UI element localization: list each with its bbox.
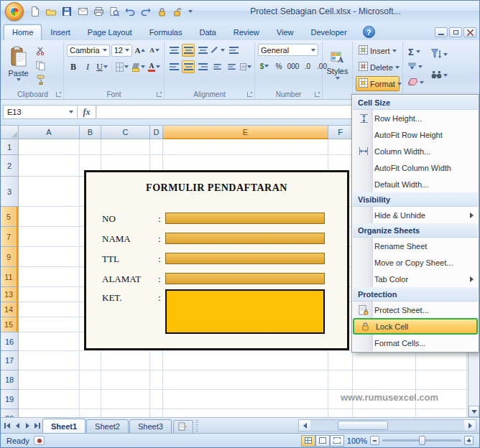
align-right-button[interactable] xyxy=(196,60,209,73)
column-header-e[interactable]: E xyxy=(163,126,328,139)
field-input-cell[interactable] xyxy=(165,253,325,264)
font-dialog-launcher-icon[interactable] xyxy=(157,92,162,97)
menu-item-tab-color[interactable]: Tab Color xyxy=(353,271,478,287)
zoom-out-button[interactable] xyxy=(370,436,379,445)
horizontal-scroll-thumb[interactable] xyxy=(338,421,388,430)
delete-cells-button[interactable]: Delete xyxy=(356,60,400,75)
italic-button[interactable]: I xyxy=(81,60,94,73)
normal-view-button[interactable] xyxy=(301,435,315,447)
tab-data[interactable]: Data xyxy=(190,24,224,40)
close-button[interactable] xyxy=(463,27,476,37)
qat-redo-button[interactable] xyxy=(139,4,153,19)
row-header-7[interactable]: 7 xyxy=(1,227,18,247)
insert-function-button[interactable]: fx xyxy=(78,105,96,119)
align-top-button[interactable] xyxy=(167,44,180,57)
field-input-cell[interactable] xyxy=(165,233,325,244)
row-header-13[interactable]: 13 xyxy=(1,287,18,302)
align-bottom-button[interactable] xyxy=(196,44,209,57)
macro-record-button[interactable] xyxy=(34,436,45,445)
find-select-button[interactable] xyxy=(429,66,450,85)
row-header-2[interactable]: 2 xyxy=(1,155,18,177)
select-all-button[interactable] xyxy=(1,126,19,139)
underline-button[interactable]: U xyxy=(96,60,109,73)
number-format-select[interactable]: General xyxy=(258,44,318,56)
sheet-tab-sheet2[interactable]: Sheet2 xyxy=(86,419,129,433)
row-header-15[interactable]: 15 xyxy=(1,317,18,332)
zoom-in-button[interactable] xyxy=(464,436,474,445)
increase-indent-button[interactable] xyxy=(225,60,238,73)
qat-open-folder-button[interactable] xyxy=(44,4,58,19)
grow-font-button[interactable]: A xyxy=(134,44,147,57)
bold-button[interactable]: B xyxy=(67,60,80,73)
menu-item-default-width[interactable]: Default Width... xyxy=(353,176,478,192)
field-input-cell[interactable] xyxy=(165,273,325,284)
office-button[interactable] xyxy=(5,2,24,21)
fill-button[interactable] xyxy=(406,60,426,73)
qat-new-document-button[interactable] xyxy=(28,4,42,19)
qat-email-button[interactable] xyxy=(75,4,90,19)
cut-button[interactable] xyxy=(34,45,47,58)
format-button[interactable]: Format xyxy=(356,76,400,91)
percent-style-button[interactable]: % xyxy=(272,60,285,73)
fill-color-button[interactable] xyxy=(131,60,145,73)
insert-cells-button[interactable]: Insert xyxy=(356,43,400,58)
align-middle-button[interactable] xyxy=(182,44,195,57)
qat-unlock-button[interactable] xyxy=(170,4,185,19)
scroll-right-button[interactable] xyxy=(464,420,476,431)
accounting-format-button[interactable]: $ xyxy=(258,60,271,73)
clear-button[interactable] xyxy=(406,76,426,89)
menu-item-move-or-copy-sheet[interactable]: Move or Copy Sheet... xyxy=(353,254,478,271)
name-box[interactable]: E13 xyxy=(3,105,78,119)
column-header-d[interactable]: D xyxy=(150,126,163,139)
tab-view[interactable]: View xyxy=(268,24,303,40)
sheet-tab-sheet3[interactable]: Sheet3 xyxy=(129,419,172,433)
sort-filter-button[interactable] xyxy=(429,45,450,64)
row-header-11[interactable]: 11 xyxy=(1,267,18,287)
scroll-down-button[interactable] xyxy=(469,406,479,417)
minimize-button[interactable] xyxy=(435,27,448,37)
row-header-20[interactable]: 20 xyxy=(1,409,18,417)
menu-item-lock-cell[interactable]: Lock Cell xyxy=(353,318,478,335)
row-header-17[interactable]: 17 xyxy=(1,351,18,370)
menu-item-hide-unhide[interactable]: Hide & Unhide xyxy=(353,207,478,223)
qat-save-button[interactable] xyxy=(60,4,74,19)
copy-button[interactable] xyxy=(34,60,47,73)
menu-item-autofit-column-width[interactable]: AutoFit Column Width xyxy=(353,159,478,176)
autosum-button[interactable]: Σ xyxy=(406,45,426,58)
paste-button[interactable]: Paste xyxy=(5,44,32,89)
field-input-cell[interactable] xyxy=(165,213,325,224)
zoom-slider-thumb[interactable] xyxy=(419,436,425,445)
row-header-1[interactable]: 1 xyxy=(1,139,18,155)
horizontal-scrollbar[interactable] xyxy=(298,419,476,431)
number-dialog-launcher-icon[interactable] xyxy=(315,92,320,97)
menu-item-autofit-row-height[interactable]: AutoFit Row Height xyxy=(353,126,478,143)
wrap-text-button[interactable] xyxy=(227,44,240,57)
font-color-button[interactable]: A xyxy=(147,60,161,73)
alignment-dialog-launcher-icon[interactable] xyxy=(247,92,252,97)
qat-print-button[interactable] xyxy=(91,4,106,19)
align-left-button[interactable] xyxy=(167,60,180,73)
row-header-16[interactable]: 16 xyxy=(1,332,18,351)
align-center-button[interactable] xyxy=(182,60,195,73)
row-header-18[interactable]: 18 xyxy=(1,370,18,390)
first-sheet-button[interactable] xyxy=(2,420,12,431)
column-header-c[interactable]: C xyxy=(101,126,150,139)
tab-review[interactable]: Review xyxy=(225,24,268,40)
insert-worksheet-button[interactable] xyxy=(173,420,193,433)
last-sheet-button[interactable] xyxy=(32,420,42,431)
shrink-font-button[interactable]: A xyxy=(148,44,161,57)
menu-item-protect-sheet[interactable]: Protect Sheet... xyxy=(353,302,478,318)
next-sheet-button[interactable] xyxy=(22,420,32,431)
qat-print-preview-button[interactable] xyxy=(107,4,121,19)
borders-button[interactable] xyxy=(115,60,129,73)
menu-item-rename-sheet[interactable]: Rename Sheet xyxy=(353,238,478,254)
column-header-a[interactable]: A xyxy=(19,126,80,139)
menu-item-row-height[interactable]: Row Height... xyxy=(353,110,478,126)
comma-style-button[interactable]: 000 xyxy=(287,60,300,73)
increase-decimal-button[interactable]: .0 xyxy=(301,60,314,73)
tab-insert[interactable]: Insert xyxy=(42,24,79,40)
clipboard-dialog-launcher-icon[interactable] xyxy=(56,92,61,97)
merge-center-button[interactable] xyxy=(239,60,252,73)
help-button[interactable]: ? xyxy=(363,26,375,38)
zoom-slider[interactable] xyxy=(382,439,461,442)
